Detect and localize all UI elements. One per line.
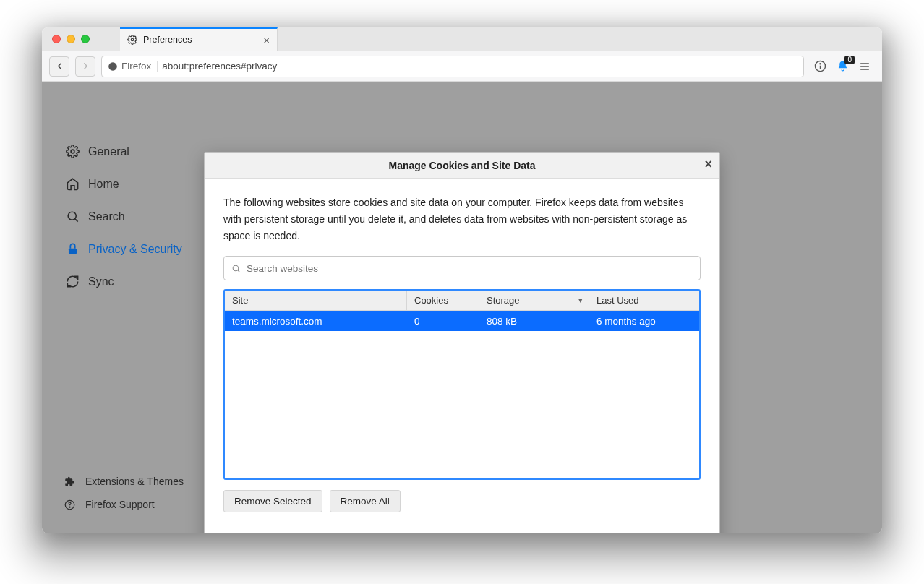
notification-count: 0 bbox=[844, 56, 855, 64]
svg-point-0 bbox=[131, 38, 134, 41]
close-dialog-button[interactable]: × bbox=[704, 157, 712, 172]
back-button[interactable] bbox=[49, 56, 69, 77]
search-websites-field[interactable] bbox=[223, 256, 701, 280]
dialog-title: Manage Cookies and Site Data bbox=[388, 160, 535, 171]
url-bar[interactable]: Firefox about:preferences#privacy bbox=[101, 56, 804, 77]
column-header-storage[interactable]: Storage bbox=[479, 291, 589, 310]
minimize-window-button[interactable] bbox=[67, 35, 75, 43]
sync-icon bbox=[65, 275, 80, 288]
remove-all-button[interactable]: Remove All bbox=[330, 490, 401, 512]
cell-site: teams.microsoft.com bbox=[225, 316, 407, 327]
dialog-header: Manage Cookies and Site Data × bbox=[205, 153, 719, 179]
forward-button[interactable] bbox=[75, 56, 95, 77]
remove-selected-button[interactable]: Remove Selected bbox=[223, 490, 322, 512]
svg-point-1 bbox=[108, 62, 117, 71]
close-window-button[interactable] bbox=[52, 35, 61, 43]
column-header-cookies[interactable]: Cookies bbox=[407, 291, 479, 310]
close-tab-button[interactable]: × bbox=[263, 34, 270, 46]
gear-icon bbox=[127, 35, 137, 45]
identity-box[interactable]: Firefox bbox=[108, 61, 158, 72]
browser-window: Preferences × Firefox about:preferences#… bbox=[42, 27, 882, 533]
app-menu-button[interactable] bbox=[859, 61, 870, 72]
tab-bar: Preferences × bbox=[42, 27, 882, 51]
firefox-icon bbox=[108, 61, 118, 72]
sidebar-item-label: General bbox=[88, 145, 129, 158]
svg-point-14 bbox=[233, 265, 239, 271]
identity-label: Firefox bbox=[121, 61, 151, 72]
site-data-table: Site Cookies Storage Last Used teams.mic… bbox=[223, 289, 701, 480]
url-text: about:preferences#privacy bbox=[162, 61, 277, 72]
table-row[interactable]: teams.microsoft.com 0 808 kB 6 months ag… bbox=[225, 311, 699, 331]
home-icon bbox=[65, 177, 80, 191]
cell-cookies: 0 bbox=[407, 316, 479, 327]
cell-last-used: 6 months ago bbox=[589, 316, 699, 327]
search-icon bbox=[231, 264, 241, 273]
svg-point-4 bbox=[820, 64, 821, 64]
sidebar-item-extensions[interactable]: Extensions & Themes bbox=[62, 476, 184, 487]
svg-line-10 bbox=[74, 219, 77, 222]
tab-preferences[interactable]: Preferences × bbox=[120, 27, 278, 51]
sidebar-item-support[interactable]: Firefox Support bbox=[62, 499, 184, 510]
svg-point-8 bbox=[71, 150, 74, 153]
table-body: teams.microsoft.com 0 808 kB 6 months ag… bbox=[225, 311, 699, 478]
search-icon bbox=[65, 210, 80, 223]
preferences-content: General Home Search Privacy & Security S… bbox=[42, 82, 882, 533]
sidebar-item-label: Sync bbox=[88, 275, 114, 288]
gear-icon bbox=[65, 145, 80, 158]
info-icon[interactable] bbox=[814, 60, 826, 72]
search-websites-input[interactable] bbox=[247, 263, 693, 274]
puzzle-icon bbox=[62, 476, 77, 487]
svg-point-9 bbox=[68, 212, 76, 220]
help-icon bbox=[62, 499, 77, 510]
toolbar: Firefox about:preferences#privacy 0 bbox=[42, 51, 882, 82]
sidebar-item-label: Search bbox=[88, 210, 125, 223]
cell-storage: 808 kB bbox=[479, 316, 589, 327]
tab-title: Preferences bbox=[143, 35, 192, 45]
table-header: Site Cookies Storage Last Used bbox=[225, 291, 699, 311]
preferences-sidebar: General Home Search Privacy & Security S… bbox=[42, 82, 230, 533]
svg-rect-11 bbox=[68, 249, 76, 254]
column-header-site[interactable]: Site bbox=[225, 291, 407, 310]
sidebar-item-label: Firefox Support bbox=[85, 499, 155, 510]
notifications-button[interactable]: 0 bbox=[837, 60, 849, 72]
lock-icon bbox=[65, 242, 80, 256]
svg-point-13 bbox=[69, 507, 70, 507]
sidebar-item-label: Privacy & Security bbox=[88, 243, 182, 256]
svg-line-15 bbox=[238, 270, 240, 272]
window-controls bbox=[42, 27, 120, 51]
zoom-window-button[interactable] bbox=[81, 35, 90, 43]
dialog-description: The following websites store cookies and… bbox=[223, 194, 701, 244]
column-header-last-used[interactable]: Last Used bbox=[589, 291, 699, 310]
manage-cookies-dialog: Manage Cookies and Site Data × The follo… bbox=[204, 152, 720, 533]
sidebar-item-label: Extensions & Themes bbox=[85, 476, 184, 487]
sidebar-item-label: Home bbox=[88, 178, 119, 191]
